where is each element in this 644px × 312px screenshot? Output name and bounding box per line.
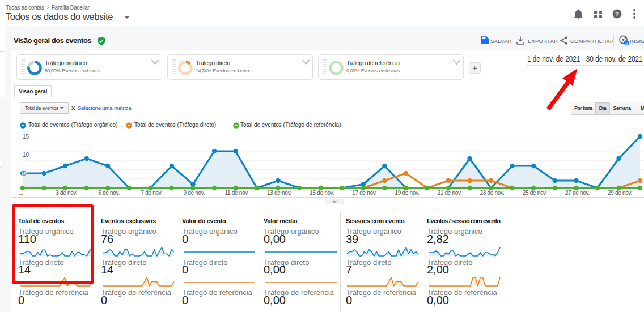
svg-text:7 de nov.: 7 de nov. — [141, 190, 162, 196]
svg-text:25 de nov.: 25 de nov. — [523, 190, 547, 196]
svg-text:?: ? — [615, 11, 619, 18]
svg-text:11 de nov.: 11 de nov. — [224, 190, 248, 196]
svg-text:5: 5 — [23, 170, 26, 177]
svg-text:27 de nov.: 27 de nov. — [565, 190, 590, 196]
svg-text:21 de nov.: 21 de nov. — [438, 190, 462, 196]
svg-text:19 de nov.: 19 de nov. — [395, 190, 419, 196]
svg-text:2: 2 — [625, 41, 628, 46]
svg-text:10: 10 — [23, 152, 29, 158]
svg-text:13 de nov.: 13 de nov. — [267, 190, 291, 196]
svg-text:23 de nov.: 23 de nov. — [480, 190, 505, 196]
svg-text:9 de nov.: 9 de nov. — [184, 190, 205, 196]
svg-text:29 de nov.: 29 de nov. — [608, 190, 632, 196]
svg-text:17 de nov.: 17 de nov. — [352, 190, 376, 196]
svg-text:15 de nov.: 15 de nov. — [310, 190, 334, 196]
svg-text:...: ... — [19, 190, 23, 196]
svg-text:3 de nov.: 3 de nov. — [56, 190, 77, 196]
svg-text:15: 15 — [23, 134, 29, 140]
svg-text:5 de nov.: 5 de nov. — [98, 190, 120, 196]
